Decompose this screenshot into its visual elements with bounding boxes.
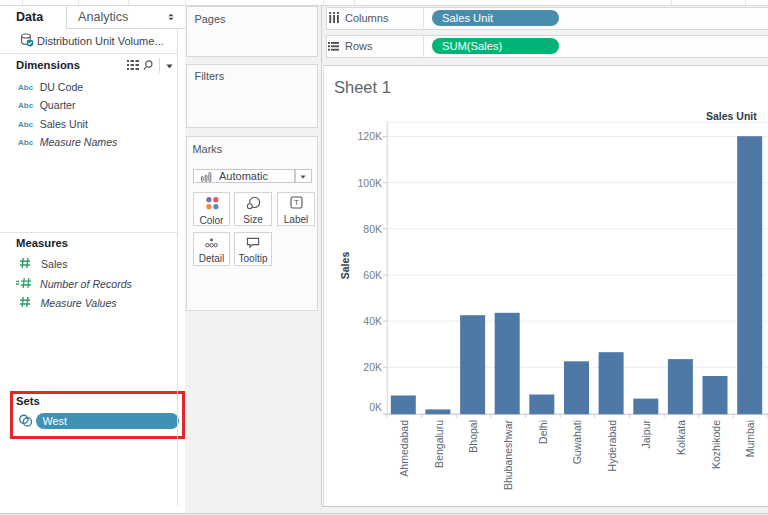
svg-text:Kolkata: Kolkata (675, 420, 687, 455)
svg-text:Sales: Sales (339, 252, 351, 280)
svg-text:20K: 20K (363, 361, 382, 373)
svg-text:Hyderabad: Hyderabad (606, 420, 618, 472)
svg-text:Guwahati: Guwahati (571, 420, 583, 464)
svg-text:Jaipur: Jaipur (640, 420, 652, 449)
svg-text:40K: 40K (363, 315, 382, 327)
svg-text:Bhubaneshwar: Bhubaneshwar (502, 420, 514, 491)
svg-text:0K: 0K (369, 401, 382, 413)
svg-text:Kozhikode: Kozhikode (710, 420, 722, 469)
svg-text:80K: 80K (363, 223, 382, 235)
svg-text:60K: 60K (363, 269, 382, 281)
svg-text:100K: 100K (357, 177, 382, 189)
svg-text:Bengaluru: Bengaluru (433, 420, 445, 468)
svg-text:Sales Unit: Sales Unit (706, 110, 757, 122)
svg-text:T: T (294, 199, 299, 208)
svg-text:120K: 120K (357, 130, 382, 142)
svg-text:Bhopal: Bhopal (467, 420, 479, 453)
svg-text:Ahmedabad: Ahmedabad (398, 420, 410, 477)
svg-text:Delhi: Delhi (537, 420, 549, 444)
svg-text:Mumbai: Mumbai (744, 420, 756, 457)
